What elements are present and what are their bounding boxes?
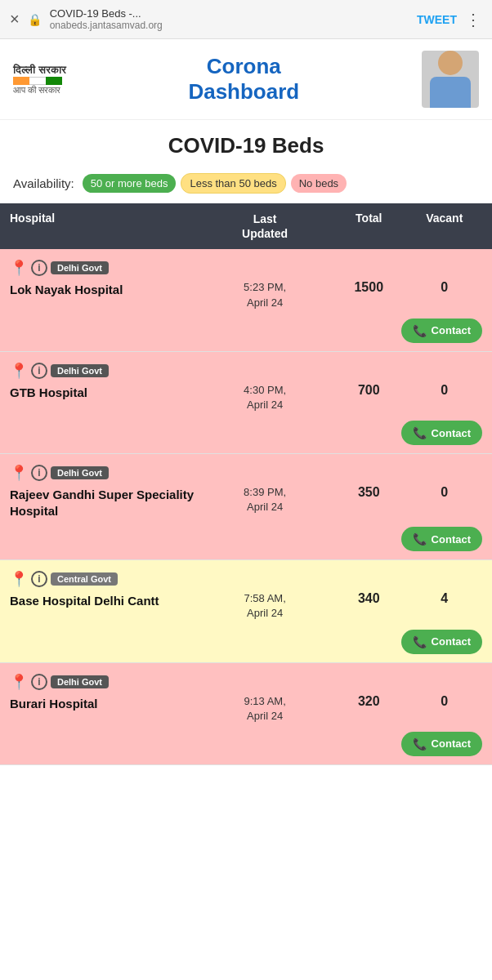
badge-50-or-more: 50 or more beds — [83, 174, 177, 193]
avatar-body — [430, 77, 471, 108]
col-header-last-updated: Last Updated — [199, 212, 331, 241]
info-icon[interactable]: i — [31, 260, 47, 276]
total-beds: 350 — [331, 485, 406, 500]
logo-area: दिल्ली सरकार आप की सरकार — [13, 64, 66, 96]
vacant-beds: 0 — [407, 280, 482, 295]
flag-icon — [13, 77, 62, 85]
last-updated-time: 7:58 AM,April 24 — [199, 591, 331, 621]
hospital-row-base-hospital: 📍 i Central Govt Base Hospital Delhi Can… — [0, 560, 492, 662]
badge-no-beds: No beds — [291, 174, 347, 193]
browser-url: onabeds.jantasamvad.org — [50, 20, 409, 31]
location-icon[interactable]: 📍 — [10, 673, 28, 691]
info-icon[interactable]: i — [31, 571, 47, 587]
hospital-name: Lok Nayak Hospital — [10, 282, 199, 298]
flag-white — [29, 77, 46, 85]
contact-label: Contact — [432, 324, 471, 336]
badge-less-than-50: Less than 50 beds — [181, 173, 285, 194]
phone-icon: 📞 — [413, 635, 427, 648]
contact-button[interactable]: 📞 Contact — [401, 421, 482, 445]
vacant-beds: 4 — [407, 591, 482, 606]
title-line1: Corona — [188, 54, 299, 79]
table-header: Hospital Last Updated Total Vacant — [0, 203, 492, 249]
flag-saffron — [13, 77, 29, 85]
site-title: Corona Dashboard — [188, 54, 299, 105]
info-icon[interactable]: i — [31, 465, 47, 481]
last-updated-time: 4:30 PM,April 24 — [199, 383, 331, 412]
info-icon[interactable]: i — [31, 674, 47, 690]
vacant-beds: 0 — [407, 694, 482, 709]
location-icon[interactable]: 📍 — [10, 570, 28, 588]
col-header-vacant: Vacant — [407, 212, 482, 241]
hospital-list: 📍 i Delhi Govt Lok Nayak Hospital 5:23 P… — [0, 249, 492, 765]
hospital-tag: Delhi Govt — [51, 675, 109, 688]
location-icon[interactable]: 📍 — [10, 362, 28, 380]
phone-icon: 📞 — [413, 532, 427, 546]
browser-chrome: × 🔒 COVID-19 Beds -... onabeds.jantasamv… — [0, 0, 492, 39]
hospital-tag: Delhi Govt — [51, 364, 109, 377]
availability-section: Availability: 50 or more beds Less than … — [0, 168, 492, 203]
hospital-row-rajeev-gandhi: 📍 i Delhi Govt Rajeev Gandhi Super Speci… — [0, 454, 492, 560]
person-image — [426, 51, 475, 108]
page-title-section: COVID-19 Beds — [0, 120, 492, 168]
avatar-head — [438, 51, 463, 75]
hospital-tag: Delhi Govt — [51, 466, 109, 479]
vacant-beds: 0 — [407, 383, 482, 398]
avatar — [422, 51, 479, 108]
logo-sub-text: आप की सरकार — [13, 85, 66, 96]
hospital-tag: Central Govt — [51, 572, 118, 586]
flag-green — [46, 77, 62, 85]
last-updated-time: 8:39 PM,April 24 — [199, 485, 331, 514]
hospital-name: Burari Hospital — [10, 696, 199, 712]
hospital-name: Base Hospital Delhi Cantt — [10, 593, 199, 609]
contact-button[interactable]: 📞 Contact — [401, 318, 482, 343]
phone-icon: 📞 — [413, 737, 427, 751]
last-updated-time: 9:13 AM,April 24 — [199, 694, 331, 724]
col-header-total: Total — [331, 212, 406, 241]
contact-label: Contact — [432, 737, 471, 750]
contact-button[interactable]: 📞 Contact — [401, 732, 482, 756]
hospital-name: GTB Hospital — [10, 385, 199, 401]
hospital-tag: Delhi Govt — [51, 261, 109, 274]
hospital-row-burari: 📍 i Delhi Govt Burari Hospital 9:13 AM,A… — [0, 663, 492, 765]
phone-icon: 📞 — [413, 324, 427, 337]
total-beds: 340 — [331, 591, 406, 606]
location-icon[interactable]: 📍 — [10, 259, 28, 277]
close-icon[interactable]: × — [10, 10, 20, 29]
total-beds: 320 — [331, 694, 406, 709]
tweet-button[interactable]: TWEET — [417, 13, 457, 26]
info-icon[interactable]: i — [31, 363, 47, 379]
site-header: दिल्ली सरकार आप की सरकार Corona Dashboar… — [0, 39, 492, 120]
hospital-name: Rajeev Gandhi Super Speciality Hospital — [10, 487, 199, 519]
title-line2: Dashboard — [188, 79, 299, 105]
total-beds: 1500 — [331, 280, 406, 295]
lock-icon: 🔒 — [28, 13, 42, 26]
logo-hindi-text: दिल्ली सरकार — [13, 64, 66, 77]
more-options-icon[interactable]: ⋮ — [465, 10, 482, 29]
url-tab: COVID-19 Beds -... onabeds.jantasamvad.o… — [50, 7, 409, 31]
hospital-row-gtb: 📍 i Delhi Govt GTB Hospital 4:30 PM,Apri… — [0, 352, 492, 454]
availability-label: Availability: — [13, 176, 74, 190]
contact-label: Contact — [432, 533, 471, 546]
contact-button[interactable]: 📞 Contact — [401, 527, 482, 551]
contact-button[interactable]: 📞 Contact — [401, 630, 482, 654]
location-icon[interactable]: 📍 — [10, 464, 28, 482]
phone-icon: 📞 — [413, 426, 427, 439]
hospital-row-lok-nayak: 📍 i Delhi Govt Lok Nayak Hospital 5:23 P… — [0, 249, 492, 351]
contact-label: Contact — [432, 635, 471, 648]
contact-label: Contact — [432, 427, 471, 439]
page-title: COVID-19 Beds — [8, 133, 484, 158]
page-tab-title: COVID-19 Beds -... — [50, 7, 409, 20]
vacant-beds: 0 — [407, 485, 482, 500]
col-header-hospital: Hospital — [10, 212, 199, 241]
last-updated-time: 5:23 PM,April 24 — [199, 280, 331, 310]
total-beds: 700 — [331, 383, 406, 398]
